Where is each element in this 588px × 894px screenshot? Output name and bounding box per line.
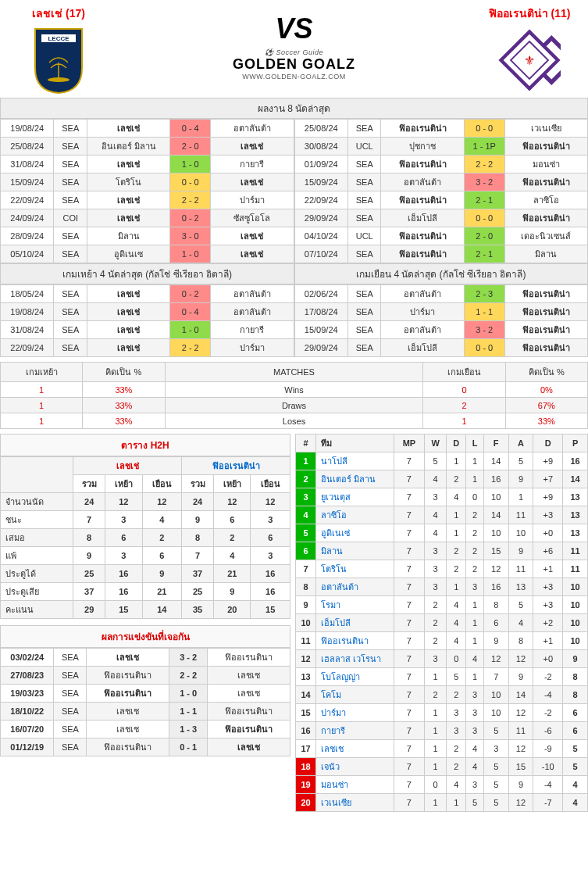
table-meetings: 03/02/24SEAเลชเช3 - 2ฟิออเรนตินา27/08/23… [0, 648, 290, 756]
svg-text:⚜: ⚜ [524, 54, 535, 67]
table-league: #ทีมMPWDLFADP1นาโปลี7511145+9162อินเตอร์… [295, 434, 588, 812]
vs-label: VS [117, 13, 471, 45]
away-team-logo: ⚜ [498, 25, 561, 95]
svg-point-2 [48, 77, 69, 82]
home-team-logo: LECCE [27, 25, 90, 95]
table-last8-away: 25/08/24SEAฟิออเรนติน่า0 - 0เวเนเซีย30/0… [294, 119, 589, 263]
section-h2h: ตาราง H2H [0, 434, 290, 456]
table-h2h: เลชเช่ฟิออเรนติน่ารวมเหย้าเยือนรวมเหย้าเ… [0, 456, 290, 619]
home-team-name: เลชเช่ (17) [0, 5, 117, 22]
table-away4: 02/06/24SEAอตาลันต้า2 - 3ฟิออเรนติน่า17/… [294, 284, 589, 357]
away-team-name: ฟิออเรนติน่า (11) [471, 5, 588, 22]
svg-text:LECCE: LECCE [48, 35, 69, 42]
table-summary: เกมเหย้า คิดเป็น % MATCHES เกมเยือน คิดเ… [0, 362, 588, 429]
section-last8: ผลงาน 8 นัดล่าสุด [0, 98, 588, 119]
table-home4: 18/05/24SEAเลชเช่0 - 2อตาลันต้า19/08/24S… [0, 284, 294, 357]
section-home4: เกมเหย้า 4 นัดล่าสุด (กัลโช่ ซีเรียอา อิ… [0, 263, 294, 284]
brand-logo: ⚽ Soccer Guide GOLDEN GOALZ WWW.GOLDEN-G… [117, 48, 471, 80]
section-meetings: ผลการแข่งขันที่เจอกัน [0, 625, 290, 648]
table-last8-home: 19/08/24SEAเลชเช่0 - 4อตาลันต้า25/08/24S… [0, 119, 294, 263]
section-away4: เกมเยือน 4 นัดล่าสุด (กัลโช่ ซีเรียอา อิ… [294, 263, 589, 284]
